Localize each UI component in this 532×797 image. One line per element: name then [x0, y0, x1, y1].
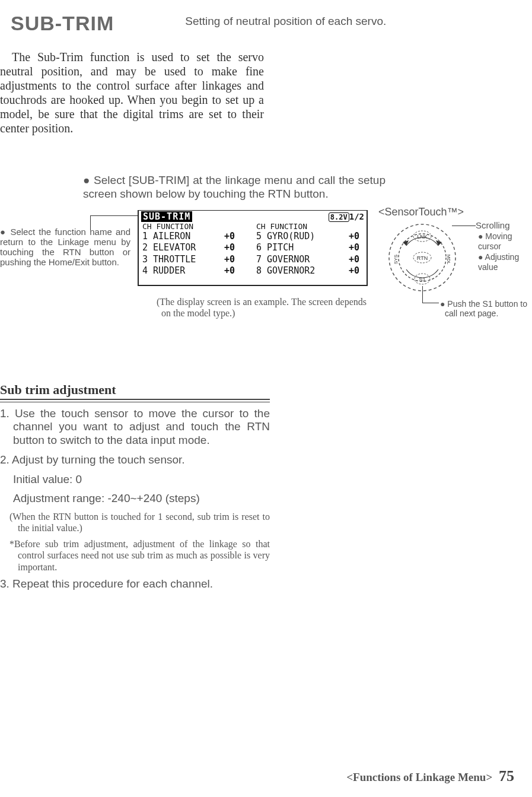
lcd-row: 8 GOVERNOR2+0 — [256, 265, 365, 277]
page-subtitle: Setting of neutral position of each serv… — [185, 9, 386, 28]
step-1: 1. Use the touch sensor to move the curs… — [0, 407, 270, 447]
svg-text:SYS: SYS — [393, 255, 399, 264]
sub-trim-adjustment-section: Sub trim adjustment 1. Use the touch sen… — [0, 382, 270, 591]
lcd-screen-title: SUB-TRIM — [141, 211, 192, 222]
lcd-row: 7 GOVERNOR+0 — [256, 254, 365, 266]
lcd-row: 6 PITCH+0 — [256, 242, 365, 254]
svg-text:LNK: LNK — [417, 234, 428, 240]
step-2: 2. Adjust by turning the touch sensor. — [0, 453, 270, 467]
diagram-area: ● Select the function name and return to… — [0, 210, 520, 329]
lcd-page-indicator: 1/2 — [349, 212, 364, 221]
header: SUB-TRIM Setting of neutral position of … — [0, 9, 520, 35]
lcd-row: 1 AILERON+0 — [142, 231, 251, 243]
sensortouch-bullets: ● Moving cursor ● Adjusting value — [478, 231, 532, 273]
footer-section-label: <Functions of Linkage Menu> — [346, 771, 492, 783]
lcd-battery: 8.2V — [329, 212, 349, 222]
svg-text:RTN: RTN — [417, 255, 428, 261]
sensortouch-adjusting-value: ● Adjusting value — [478, 252, 532, 273]
sensortouch-title: <SensorTouch™> — [378, 206, 464, 218]
divider — [0, 402, 270, 402]
adjustment-range: Adjustment range: -240~+240 (steps) — [0, 492, 270, 505]
pointer-line — [422, 303, 439, 303]
lcd-row: 3 THROTTLE+0 — [142, 254, 251, 266]
page-number: 75 — [499, 767, 514, 785]
select-instruction: ● Select [SUB-TRIM] at the linkage menu … — [83, 174, 386, 201]
lcd-row: 5 GYRO(RUD)+0 — [256, 231, 365, 243]
intro-paragraph: The Sub-Trim function is used to set the… — [0, 50, 264, 135]
pointer-line — [452, 226, 476, 226]
lcd-row: 2 ELEVATOR+0 — [142, 242, 251, 254]
initial-value: Initial value: 0 — [0, 473, 270, 486]
section-title: Sub trim adjustment — [0, 382, 270, 400]
page-footer: <Functions of Linkage Menu> 75 — [346, 767, 514, 785]
sensortouch-dial-icon: LNK RTN S1 SYS MDL — [387, 222, 458, 293]
sensortouch-moving-cursor: ● Moving cursor — [478, 231, 532, 252]
lcd-example-note: (The display screen is an example. The s… — [153, 296, 367, 319]
pointer-line — [422, 286, 423, 303]
lcd-row: 4 RUDDER+0 — [142, 265, 251, 277]
svg-text:MDL: MDL — [446, 254, 451, 264]
linkage-note: *Before sub trim adjustment, adjustment … — [0, 538, 270, 573]
reset-note: (When the RTN button is touched for 1 se… — [0, 511, 270, 534]
pointer-line — [90, 215, 91, 230]
sensortouch-scrolling-label: Scrolling — [476, 220, 510, 231]
side-note-return: ● Select the function name and return to… — [0, 227, 130, 268]
page-title: SUB-TRIM — [0, 9, 114, 35]
lcd-col-header: CH FUNCTION — [256, 222, 365, 231]
lcd-col-header: CH FUNCTION — [142, 222, 251, 231]
step-3: 3. Repeat this procedure for each channe… — [0, 577, 270, 591]
sensortouch-s1-note: ● Push the S1 button to call next page. — [439, 299, 532, 319]
lcd-screen: SUB-TRIM 8.2V1/2 CH FUNCTION 1 AILERON+0… — [138, 210, 368, 286]
